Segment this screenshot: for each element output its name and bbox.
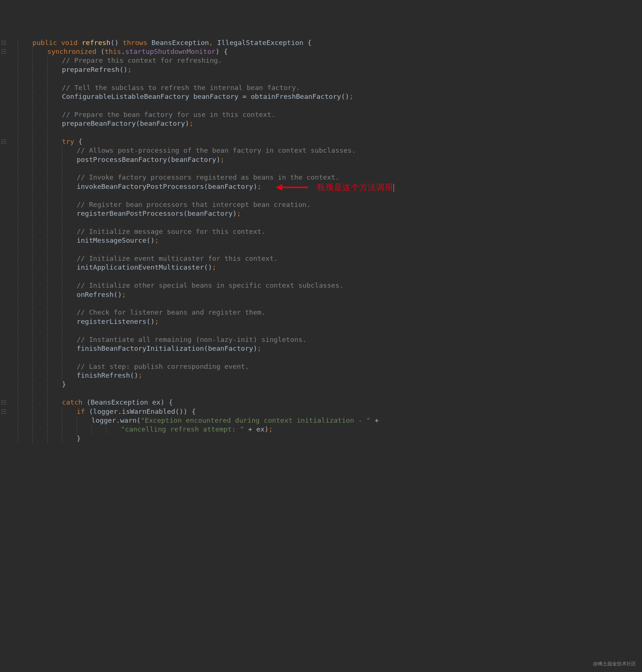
code-line[interactable] xyxy=(0,353,642,362)
line-content[interactable]: // Register bean processors that interce… xyxy=(18,200,642,209)
gutter[interactable] xyxy=(0,110,18,119)
gutter[interactable] xyxy=(0,74,18,83)
fold-toggle-icon[interactable]: − xyxy=(1,41,6,45)
gutter[interactable] xyxy=(0,362,18,371)
line-content[interactable]: prepareBeanFactory(beanFactory); xyxy=(18,119,642,128)
gutter[interactable] xyxy=(0,380,18,389)
code-line[interactable] xyxy=(0,101,642,110)
line-content[interactable]: // Prepare this context for refreshing. xyxy=(18,56,642,65)
gutter[interactable] xyxy=(0,65,18,74)
gutter[interactable] xyxy=(0,416,18,425)
gutter[interactable] xyxy=(0,254,18,263)
code-line[interactable]: prepareBeanFactory(beanFactory); xyxy=(0,119,642,128)
line-content[interactable]: ConfigurableListableBeanFactory beanFact… xyxy=(18,92,642,101)
code-line[interactable]: initMessageSource(); xyxy=(0,236,642,245)
code-line[interactable]: postProcessBeanFactory(beanFactory); xyxy=(0,155,642,164)
line-content[interactable]: synchronized (this.startupShutdownMonito… xyxy=(18,47,642,56)
code-line[interactable]: // Initialize other special beans in spe… xyxy=(0,281,642,290)
code-line[interactable] xyxy=(0,272,642,281)
line-content[interactable]: try { xyxy=(18,137,642,146)
line-content[interactable]: // Prepare the bean factory for use in t… xyxy=(18,110,642,119)
line-content[interactable] xyxy=(18,191,642,200)
line-content[interactable]: catch (BeansException ex) { xyxy=(18,398,642,407)
line-content[interactable]: initApplicationEventMulticaster(); xyxy=(18,263,642,272)
line-content[interactable]: // Last step: publish corresponding even… xyxy=(18,362,642,371)
code-line[interactable]: registerBeanPostProcessors(beanFactory); xyxy=(0,209,642,218)
line-content[interactable] xyxy=(18,128,642,137)
gutter[interactable] xyxy=(0,146,18,155)
code-line[interactable]: // Prepare this context for refreshing. xyxy=(0,56,642,65)
code-line[interactable]: finishBeanFactoryInitialization(beanFact… xyxy=(0,344,642,353)
code-line[interactable]: // Check for listener beans and register… xyxy=(0,308,642,317)
code-line[interactable] xyxy=(0,164,642,173)
line-content[interactable]: // Invoke factory processors registered … xyxy=(18,173,642,182)
code-line[interactable]: −synchronized (this.startupShutdownMonit… xyxy=(0,47,642,56)
code-line[interactable] xyxy=(0,299,642,308)
line-content[interactable] xyxy=(18,245,642,254)
gutter[interactable]: − xyxy=(0,38,18,47)
gutter[interactable] xyxy=(0,155,18,164)
code-line[interactable]: } xyxy=(0,380,642,389)
gutter[interactable] xyxy=(0,83,18,92)
gutter[interactable] xyxy=(0,290,18,299)
line-content[interactable]: finishBeanFactoryInitialization(beanFact… xyxy=(18,344,642,353)
gutter[interactable] xyxy=(0,92,18,101)
gutter[interactable] xyxy=(0,209,18,218)
code-line[interactable]: registerListeners(); xyxy=(0,317,642,326)
line-content[interactable] xyxy=(18,299,642,308)
gutter[interactable] xyxy=(0,371,18,380)
gutter[interactable] xyxy=(0,263,18,272)
line-content[interactable]: // Tell the subclass to refresh the inte… xyxy=(18,83,642,92)
code-line[interactable]: onRefresh(); xyxy=(0,290,642,299)
code-editor[interactable]: −public void refresh() throws BeansExcep… xyxy=(0,36,642,443)
code-line[interactable]: // Tell the subclass to refresh the inte… xyxy=(0,83,642,92)
code-line[interactable]: prepareRefresh(); xyxy=(0,65,642,74)
gutter[interactable] xyxy=(0,173,18,182)
gutter[interactable] xyxy=(0,308,18,317)
code-line[interactable]: −public void refresh() throws BeansExcep… xyxy=(0,38,642,47)
line-content[interactable]: // Initialize other special beans in spe… xyxy=(18,281,642,290)
line-content[interactable] xyxy=(18,164,642,173)
gutter[interactable]: − xyxy=(0,137,18,146)
line-content[interactable]: public void refresh() throws BeansExcept… xyxy=(18,38,642,47)
fold-toggle-icon[interactable]: − xyxy=(1,49,6,54)
line-content[interactable]: } xyxy=(18,380,642,389)
line-content[interactable]: initMessageSource(); xyxy=(18,236,642,245)
line-content[interactable]: // Initialize event multicaster for this… xyxy=(18,254,642,263)
line-content[interactable] xyxy=(18,101,642,110)
code-line[interactable]: // Initialize message source for this co… xyxy=(0,227,642,236)
line-content[interactable]: registerListeners(); xyxy=(18,317,642,326)
line-content[interactable] xyxy=(18,218,642,227)
line-content[interactable]: // Initialize message source for this co… xyxy=(18,227,642,236)
gutter[interactable] xyxy=(0,425,18,434)
line-content[interactable]: if (logger.isWarnEnabled()) { xyxy=(18,407,642,416)
gutter[interactable] xyxy=(0,56,18,65)
gutter[interactable] xyxy=(0,191,18,200)
code-line[interactable] xyxy=(0,128,642,137)
code-line[interactable]: // Instantiate all remaining (non-lazy-i… xyxy=(0,335,642,344)
gutter[interactable] xyxy=(0,200,18,209)
gutter[interactable] xyxy=(0,164,18,173)
line-content[interactable]: logger.warn("Exception encountered durin… xyxy=(18,416,642,425)
gutter[interactable] xyxy=(0,218,18,227)
gutter[interactable] xyxy=(0,335,18,344)
code-line[interactable] xyxy=(0,245,642,254)
code-line[interactable]: // Last step: publish corresponding even… xyxy=(0,362,642,371)
line-content[interactable] xyxy=(18,326,642,335)
gutter[interactable]: − xyxy=(0,407,18,416)
code-line[interactable]: // Prepare the bean factory for use in t… xyxy=(0,110,642,119)
gutter[interactable] xyxy=(0,236,18,245)
code-line[interactable]: invokeBeanFactoryPostProcessors(beanFact… xyxy=(0,182,642,191)
gutter[interactable] xyxy=(0,101,18,110)
gutter[interactable]: − xyxy=(0,47,18,56)
code-line[interactable]: −if (logger.isWarnEnabled()) { xyxy=(0,407,642,416)
code-line[interactable] xyxy=(0,74,642,83)
code-line[interactable] xyxy=(0,218,642,227)
line-content[interactable]: registerBeanPostProcessors(beanFactory); xyxy=(18,209,642,218)
code-line[interactable] xyxy=(0,389,642,398)
code-line[interactable] xyxy=(0,191,642,200)
line-content[interactable]: postProcessBeanFactory(beanFactory); xyxy=(18,155,642,164)
fold-toggle-icon[interactable]: − xyxy=(1,139,6,144)
code-line[interactable]: // Invoke factory processors registered … xyxy=(0,173,642,182)
code-line[interactable]: −try { xyxy=(0,137,642,146)
